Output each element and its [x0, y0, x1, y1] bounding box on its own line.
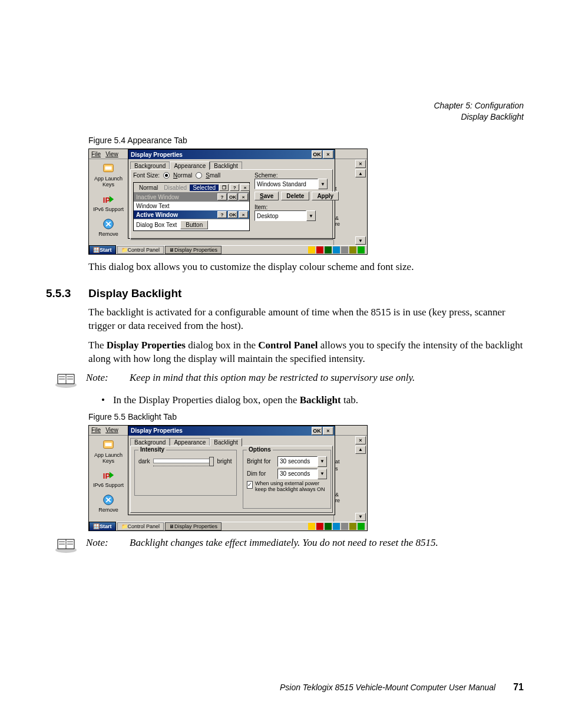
- sidebar-label-1[interactable]: App Launch Keys: [89, 453, 128, 465]
- preview-active-label: Active Window: [136, 212, 178, 218]
- scheme-value: Windows Standard: [254, 179, 318, 189]
- display-properties-dialog: Display Properties OK × Background Appea…: [128, 426, 335, 515]
- control-panel-sidebar: App Launch Keys IP IPv6 Support Remove: [89, 435, 128, 519]
- dim-for-dropdown[interactable]: 30 seconds ▼: [277, 469, 327, 479]
- slider-ticks: [153, 466, 212, 466]
- note-label: Note:: [86, 372, 121, 384]
- preview-close-icon: ×: [239, 193, 248, 200]
- preview-inactive-window: Inactive Window ? OK ×: [134, 193, 249, 201]
- tray-icon[interactable]: [308, 246, 315, 253]
- tray-icon[interactable]: [341, 523, 348, 530]
- note-text: Keep in mind that this option may be res…: [130, 372, 524, 384]
- task-display-properties[interactable]: 🖥 Display Properties: [165, 522, 222, 531]
- figure-caption-1: Figure 5.4 Appearance Tab: [88, 136, 524, 145]
- chevron-down-icon[interactable]: ▼: [318, 469, 327, 479]
- tray-icon[interactable]: [316, 523, 323, 530]
- dialog-close-button[interactable]: ×: [323, 150, 333, 159]
- tab-background[interactable]: Background: [130, 162, 170, 170]
- remove-icon[interactable]: [101, 218, 115, 230]
- tray-icon[interactable]: [349, 246, 356, 253]
- menu-file[interactable]: File: [91, 427, 101, 433]
- scheme-section: Scheme: Windows Standard ▼ Save Delete A…: [254, 172, 339, 221]
- dialog-close-button[interactable]: ×: [323, 427, 333, 435]
- preview-inactive-label: Inactive Window: [136, 194, 179, 200]
- sidebar-label-2[interactable]: IPv6 Support: [89, 483, 128, 489]
- menu-file[interactable]: File: [91, 151, 101, 157]
- sidebar-label-3[interactable]: Remove: [89, 508, 128, 513]
- dim-for-value: 30 seconds: [277, 469, 318, 479]
- tab-backlight[interactable]: Backlight: [210, 438, 242, 446]
- save-button[interactable]: Save: [254, 192, 279, 200]
- tray-icon[interactable]: [333, 523, 340, 530]
- tray-icon[interactable]: [325, 246, 332, 253]
- tray-icon[interactable]: [308, 523, 315, 530]
- tray-icon[interactable]: [333, 246, 340, 253]
- chevron-down-icon[interactable]: ▼: [306, 210, 316, 221]
- tray-icon[interactable]: [316, 246, 323, 253]
- app-launch-keys-icon[interactable]: [101, 439, 115, 452]
- footer-text: Psion Teklogix 8515 Vehicle-Mount Comput…: [280, 683, 495, 692]
- apply-button[interactable]: Apply: [312, 192, 339, 200]
- tab-backlight[interactable]: Backlight: [210, 162, 242, 170]
- taskbar: 🪟Start 📁 Control Panel 🖥 Display Propert…: [89, 522, 367, 531]
- note-1: Note: Keep in mind that this option may …: [54, 372, 524, 388]
- tab-pane-backlight: Intensity dark bright Options: [130, 446, 333, 513]
- sidebar-label-3[interactable]: Remove: [89, 232, 128, 238]
- scroll-up-button[interactable]: ▲: [355, 446, 366, 454]
- tab-appearance[interactable]: Appearance: [170, 162, 210, 170]
- external-power-checkbox[interactable]: ✓: [247, 481, 253, 489]
- scroll-up-button[interactable]: ▲: [355, 169, 366, 177]
- tray-icon[interactable]: [349, 523, 356, 530]
- scroll-down-button[interactable]: ▼: [355, 236, 366, 245]
- scheme-dropdown[interactable]: Windows Standard ▼: [254, 179, 339, 189]
- remove-icon[interactable]: [101, 493, 115, 506]
- paragraph-1: This dialog box allows you to customize …: [88, 261, 524, 274]
- options-fieldset: Options Bright for 30 seconds ▼ Dim for: [243, 450, 331, 509]
- sidebar-label-2[interactable]: IPv6 Support: [89, 207, 128, 213]
- radio-normal[interactable]: [163, 172, 170, 179]
- window-text-label: Window Text: [136, 203, 170, 209]
- radio-small-label[interactable]: Small: [206, 172, 220, 179]
- scroll-down-button[interactable]: ▼: [355, 513, 366, 521]
- tab-background[interactable]: Background: [130, 438, 170, 446]
- menu-view[interactable]: View: [105, 427, 118, 433]
- panel-close-button[interactable]: ×: [355, 160, 366, 168]
- app-launch-keys-icon[interactable]: [101, 162, 115, 175]
- ipv6-icon[interactable]: IP: [101, 193, 115, 206]
- chevron-down-icon[interactable]: ▼: [318, 179, 328, 189]
- tab-appearance[interactable]: Appearance: [170, 438, 210, 446]
- bright-for-dropdown[interactable]: 30 seconds ▼: [277, 456, 327, 467]
- heading-number: 5.5.3: [46, 287, 79, 300]
- bright-for-value: 30 seconds: [277, 456, 318, 467]
- tray-icon[interactable]: [341, 246, 348, 253]
- start-button[interactable]: 🪟Start: [89, 245, 116, 255]
- tray-icon[interactable]: [325, 523, 332, 530]
- radio-normal-label[interactable]: Normal: [173, 172, 192, 179]
- item-dropdown[interactable]: Desktop ▼: [254, 210, 339, 221]
- svg-rect-1: [105, 166, 112, 170]
- bullet-marker: •: [101, 394, 105, 406]
- chevron-down-icon[interactable]: ▼: [318, 456, 327, 467]
- intensity-slider[interactable]: [153, 459, 213, 463]
- ipv6-icon[interactable]: IP: [101, 469, 115, 482]
- delete-button[interactable]: Delete: [281, 192, 309, 200]
- screenshot-backlight: File View App Launch Keys IP IPv6 Suppor…: [88, 425, 368, 531]
- preview-dialog-row: Dialog Box Text Button: [134, 219, 249, 230]
- task-control-panel[interactable]: 📁 Control Panel: [117, 246, 164, 254]
- dialog-ok-button[interactable]: OK: [312, 150, 322, 159]
- sidebar-label-1[interactable]: App Launch Keys: [89, 176, 128, 188]
- note-icon: [54, 372, 78, 388]
- dialog-ok-button[interactable]: OK: [312, 427, 322, 435]
- tray-icon[interactable]: [358, 246, 365, 253]
- task-display-properties[interactable]: 🖥 Display Properties: [165, 246, 222, 254]
- font-size-label: Font Size:: [133, 172, 160, 179]
- screenshot-appearance: File View App Launch Keys IP IPv6 Suppor…: [88, 149, 368, 255]
- preview-active-window: Active Window ? OK ×: [134, 210, 249, 219]
- start-button[interactable]: 🪟Start: [89, 522, 116, 531]
- tray-icon[interactable]: [358, 523, 365, 530]
- radio-small[interactable]: [196, 172, 202, 179]
- panel-close-button[interactable]: ×: [355, 436, 366, 444]
- menu-view[interactable]: View: [105, 151, 118, 157]
- stub-text: &: [335, 492, 339, 498]
- task-control-panel[interactable]: 📁 Control Panel: [117, 522, 164, 531]
